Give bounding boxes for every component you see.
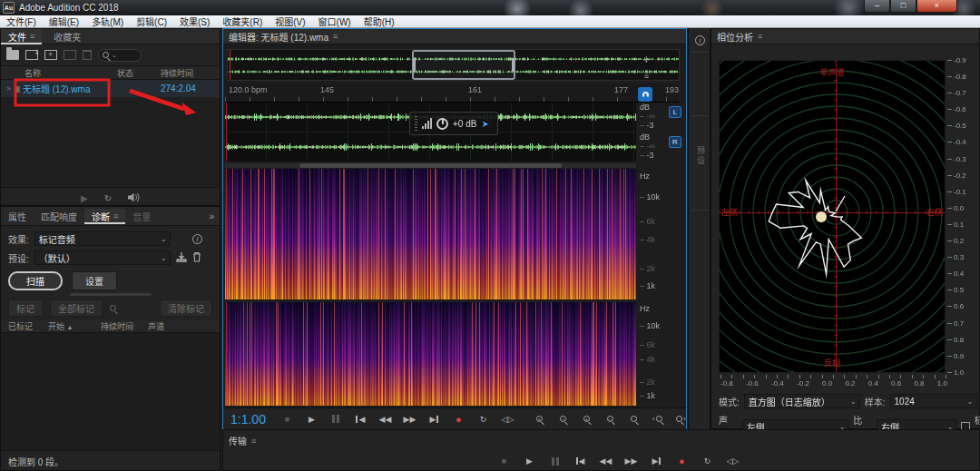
overview-waveform[interactable] (227, 49, 680, 81)
trash-icon[interactable] (83, 50, 92, 60)
files-column-header[interactable]: 名称 状态 持续时间 (1, 66, 220, 80)
scan-button[interactable]: 扫描 (8, 271, 63, 290)
mark-all-button[interactable]: 全部标记 (50, 299, 103, 317)
scale-options-icon[interactable]: ≡ (640, 69, 653, 83)
spectrogram-left-channel[interactable] (225, 169, 636, 299)
file-row[interactable]: > |||| 无标题 (12).wma 274:2.04 (1, 80, 220, 97)
panel-menu-icon[interactable]: ≡ (30, 32, 34, 41)
zoom-out-time-button[interactable]: − (602, 412, 619, 427)
clear-marks-button[interactable]: 清除标记 (160, 299, 212, 317)
column-status[interactable]: 状态 (117, 67, 133, 79)
panel-resize-grip[interactable] (70, 293, 152, 296)
loop-playback-button[interactable]: ↻ (699, 454, 716, 468)
loop-icon[interactable]: ↻ (104, 193, 112, 203)
rewind-button[interactable]: ◀◀ (597, 454, 614, 468)
play-button[interactable]: ▶ (521, 454, 538, 468)
overview-selection-box[interactable] (412, 50, 515, 80)
marks-column-header[interactable]: 已标记 开始 ▲ 持续时间 声道 (1, 320, 220, 333)
record-button[interactable]: ● (673, 454, 691, 468)
tab-volume[interactable]: 音量 (125, 209, 158, 224)
rewind-button[interactable]: ◀◀ (377, 412, 394, 427)
volume-hud[interactable]: +0 dB ➤ (409, 112, 498, 135)
close-button[interactable]: × (916, 0, 957, 13)
files-search-input[interactable]: ⌄ (98, 49, 142, 62)
loop-playback-button[interactable]: ↻ (475, 412, 492, 427)
import-media-icon[interactable] (25, 50, 38, 60)
panel-menu-icon[interactable]: ≡ (758, 32, 762, 41)
pin-icon[interactable]: ➤ (481, 119, 488, 129)
column-duration[interactable]: 持续时间 (161, 67, 193, 79)
zoom-selection-left-button[interactable]: ‹ (649, 412, 666, 427)
menu-item-4[interactable]: 效果(S) (173, 15, 216, 28)
column-marked[interactable]: 已标记 (8, 320, 33, 332)
preview-play-icon[interactable]: ▶ (81, 193, 88, 203)
title-bar[interactable]: Au Adobe Audition CC 2018 – □ × (0, 0, 980, 15)
tab-properties[interactable]: 属性 (1, 209, 34, 224)
column-duration[interactable]: 持续时间 (101, 320, 133, 332)
zoom-in-button[interactable]: + (531, 412, 548, 427)
play-button[interactable]: ▶ (303, 412, 320, 427)
skip-selection-button[interactable]: ◁▷ (499, 412, 516, 427)
panel-menu-icon[interactable]: ≡ (251, 437, 256, 446)
file-name[interactable]: 无标题 (12).wma (23, 82, 90, 95)
settings-button[interactable]: 设置 (72, 271, 117, 290)
menu-item-1[interactable]: 编辑(E) (43, 15, 85, 28)
panel-menu-icon[interactable]: ≡ (113, 211, 118, 221)
info-icon[interactable]: i (192, 234, 202, 244)
pause-button[interactable] (546, 454, 564, 468)
skip-selection-button[interactable]: ◁▷ (724, 454, 741, 468)
new-file-icon[interactable] (44, 50, 57, 60)
editor-header[interactable]: 编辑器: 无标题 (12).wma ≡ (223, 29, 686, 44)
scrollbar-thumb[interactable] (299, 163, 563, 168)
menu-item-5[interactable]: 收藏夹(R) (216, 15, 269, 28)
preset-select[interactable]: （默认） ⌄ (34, 250, 171, 265)
horizontal-scrollbar[interactable] (225, 163, 636, 168)
record-button[interactable]: ● (450, 412, 467, 427)
tab-favorites[interactable]: 收藏夹 (46, 29, 88, 44)
more-tabs-icon[interactable]: » (209, 211, 220, 221)
column-name[interactable]: 名称 (24, 67, 41, 79)
skip-start-button[interactable]: ◀ (572, 454, 589, 468)
right-channel-button[interactable]: R (669, 136, 681, 148)
monitor-icon[interactable] (638, 87, 652, 102)
tab-files[interactable]: 文件 ≡ (1, 29, 42, 44)
effect-select[interactable]: 标记音频 ⌄ (34, 231, 171, 246)
move-tool-icon[interactable]: ✛ (640, 53, 653, 66)
time-ruler[interactable]: 120.0 bpm 145 161 177 193 (225, 83, 679, 103)
column-channel[interactable]: 声道 (148, 320, 164, 332)
panel-menu-icon[interactable]: ≡ (333, 32, 338, 41)
waveform-right-channel[interactable] (225, 132, 636, 162)
delete-preset-icon[interactable] (192, 251, 201, 264)
menu-item-2[interactable]: 多轨(M) (85, 15, 130, 28)
mode-select[interactable]: 直方图（日志缩放） ⌄ (744, 394, 860, 408)
spectrogram-right-channel[interactable] (225, 302, 636, 406)
tab-match-loudness[interactable]: 匹配响度 (34, 209, 84, 224)
fast-forward-button[interactable]: ▶▶ (401, 412, 418, 427)
sample-select[interactable]: 1024 ⌄ (890, 394, 977, 408)
maximize-button[interactable]: □ (890, 0, 916, 13)
search-marks-icon[interactable] (110, 305, 116, 311)
transport-header[interactable]: 传输 ≡ (223, 433, 979, 448)
time-display[interactable]: 1:1.00 (230, 412, 266, 427)
fast-forward-button[interactable]: ▶▶ (622, 454, 640, 468)
menu-item-8[interactable]: 帮助(H) (358, 15, 401, 28)
insert-multitrack-icon[interactable] (64, 50, 76, 60)
menu-item-3[interactable]: 剪辑(C) (130, 15, 173, 28)
open-file-icon[interactable] (6, 50, 19, 60)
menu-item-6[interactable]: 视图(V) (269, 15, 311, 28)
hud-grip-icon[interactable] (415, 116, 417, 131)
save-preset-icon[interactable] (176, 252, 187, 264)
skip-end-button[interactable]: ▶ (648, 454, 665, 468)
zoom-out-button[interactable]: − (554, 412, 572, 427)
minimize-button[interactable]: – (864, 0, 890, 13)
skip-end-button[interactable]: ▶ (426, 412, 443, 427)
column-start[interactable]: 开始 ▲ (48, 320, 73, 332)
pause-button[interactable] (328, 412, 345, 427)
phase-header[interactable]: 相位分析 ≡ (711, 29, 979, 44)
skip-start-button[interactable]: ◀ (352, 412, 369, 427)
left-channel-button[interactable]: L (669, 106, 681, 118)
stop-button[interactable]: ■ (495, 454, 513, 468)
info-icon[interactable]: i (695, 35, 705, 45)
stop-button[interactable]: ■ (279, 412, 296, 427)
zoom-full-button[interactable] (625, 412, 642, 427)
